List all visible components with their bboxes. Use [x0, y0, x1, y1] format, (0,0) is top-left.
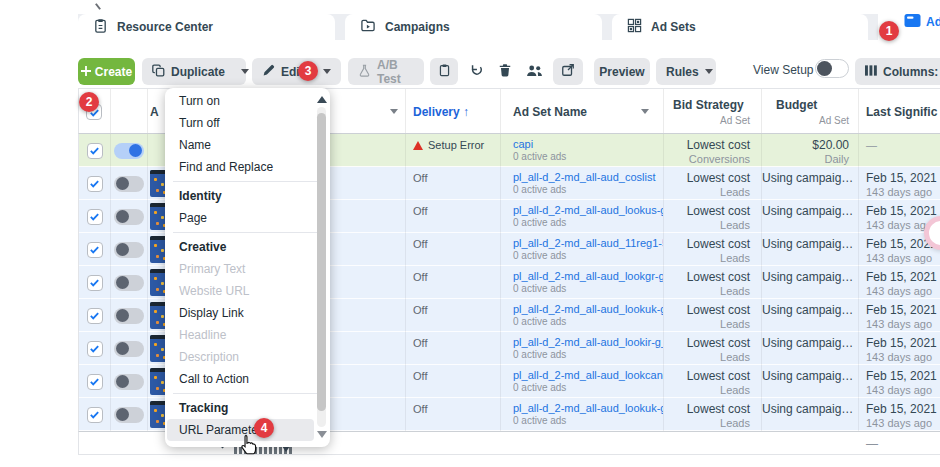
last-edit-date: Feb 15, 2021	[866, 270, 940, 284]
last-edit-ago: 143 days ago	[866, 252, 940, 264]
ad-set-name-link[interactable]: capi	[513, 138, 663, 150]
filter-caret-icon[interactable]	[390, 109, 398, 118]
scroll-up-icon[interactable]	[317, 91, 327, 103]
bid-strategy-cell: Lowest costLeads	[664, 200, 762, 233]
row-checkbox[interactable]	[87, 143, 103, 159]
ad-set-name-link[interactable]: pl_all-d_2-md_all-aud_lookuk-g_m-a_2..	[513, 402, 663, 414]
tab-ad-sets[interactable]: Ad Sets	[612, 14, 868, 40]
annotation-badge-2: 2	[79, 92, 99, 112]
menu-item-call-to-action[interactable]: Call to Action	[165, 368, 330, 390]
bid-strategy-cell: Lowest costLeads	[664, 299, 762, 332]
bid-strategy-header[interactable]: Bid Strategy Ad Set	[664, 89, 762, 133]
ad-set-name-link[interactable]: pl_all-d_2-md_all-aud_lookus-g_m-a_2..	[513, 204, 663, 216]
row-toggle[interactable]	[114, 143, 144, 159]
row-checkbox[interactable]	[87, 209, 103, 225]
ad-set-name-header[interactable]: Ad Set Name	[501, 89, 664, 133]
menu-scrollbar[interactable]	[316, 91, 327, 443]
bid-strategy-value: Lowest cost	[664, 369, 750, 383]
row-checkbox[interactable]	[87, 275, 103, 291]
scrollbar-thumb[interactable]	[317, 113, 326, 411]
ad-set-name-link[interactable]: pl_all-d_2-md_all-aud_lookgr-g_m-a_28..	[513, 270, 663, 282]
toggle-knob	[817, 61, 832, 76]
bid-strategy-cell: Lowest costLeads	[664, 332, 762, 365]
budget-cell: Using campaig…	[762, 233, 859, 266]
menu-item-name[interactable]: Name	[165, 134, 330, 156]
delivery-status: Off	[413, 205, 500, 217]
row-checkbox[interactable]	[87, 407, 103, 423]
chevron-down-icon[interactable]	[323, 69, 331, 78]
row-toggle[interactable]	[114, 308, 144, 324]
menu-item-page[interactable]: Page	[165, 207, 330, 229]
view-setup-toggle[interactable]	[815, 59, 849, 78]
toggle-knob	[116, 342, 129, 355]
row-toggle[interactable]	[114, 242, 144, 258]
bid-strategy-goal: Conversions	[664, 153, 750, 165]
scroll-down-icon[interactable]	[317, 431, 327, 443]
budget-header[interactable]: Budget Ad Set	[762, 89, 859, 133]
last-edit-ago: 143 days ago	[866, 186, 940, 198]
menu-divider	[173, 181, 322, 182]
row-checkbox[interactable]	[87, 341, 103, 357]
row-toggle[interactable]	[114, 407, 144, 423]
menu-divider	[173, 393, 322, 394]
cursor-pointer-icon	[238, 433, 258, 460]
budget-cell: Using campaig…	[762, 200, 859, 233]
ad-set-name-link[interactable]: pl_all-d_2-md_all-aud_coslist	[513, 171, 663, 183]
tab-campaigns[interactable]: Campaigns	[345, 14, 602, 40]
cursor-artifact	[95, 3, 101, 10]
ad-set-name-link[interactable]: pl_all-d_2-md_all-aud_lookcan-g_m-a_..	[513, 369, 663, 381]
budget-value: Using campaig…	[762, 171, 849, 185]
undo-button[interactable]	[463, 58, 489, 85]
tab-label: Resource Center	[117, 20, 213, 34]
rules-button[interactable]: Rules	[656, 58, 716, 85]
tab-resource-center[interactable]: Resource Center	[78, 14, 335, 40]
last-edit-date: Feb 15, 2021	[866, 204, 940, 218]
ad-set-name-link[interactable]: pl_all-d_2-md_all-aud_lookuk-g_m-a_2..	[513, 303, 663, 315]
checkbox-cell	[79, 200, 111, 233]
budget-cell: Using campaig…	[762, 299, 859, 332]
checkbox-cell	[79, 332, 111, 365]
bid-strategy-goal: Leads	[664, 219, 750, 231]
paste-button[interactable]	[430, 58, 458, 85]
audiences-button[interactable]	[520, 58, 548, 85]
columns-button[interactable]: Columns: Custom	[855, 58, 940, 85]
warning-icon	[413, 141, 423, 150]
menu-item-identity: Identity	[165, 185, 330, 207]
export-icon	[561, 63, 575, 80]
last-significant-header-label: Last Signific	[866, 105, 937, 119]
row-toggle[interactable]	[114, 176, 144, 192]
menu-item-find-and-replace[interactable]: Find and Replace	[165, 156, 330, 178]
delivery-header[interactable]: Delivery ↑	[406, 89, 501, 133]
ad-set-name-link[interactable]: pl_all-d_2-md_all-aud_11reg1-5_1-g_m-..	[513, 237, 663, 249]
menu-item-display-link[interactable]: Display Link	[165, 302, 330, 324]
level-label: Ad Set	[720, 115, 750, 126]
duplicate-button[interactable]: Duplicate	[142, 58, 246, 85]
row-toggle[interactable]	[114, 209, 144, 225]
row-toggle[interactable]	[114, 374, 144, 390]
ad-set-name-cell: pl_all-d_2-md_all-aud_lookuk-g_m-a_2..0 …	[501, 299, 664, 332]
row-toggle[interactable]	[114, 341, 144, 357]
last-edit-cell: Feb 15, 2021143 days ago	[859, 299, 940, 332]
ads-manager-app: Resource Center Campaigns Ad Sets Ads Cr…	[0, 0, 940, 467]
ad-set-name-link[interactable]: pl_all-d_2-md_all-aud_lookir-g_m-a_28..	[513, 336, 663, 348]
filter-caret-icon[interactable]	[641, 109, 649, 118]
preview-button[interactable]: Preview	[594, 58, 650, 85]
toggle-cell	[111, 266, 148, 299]
export-button[interactable]	[553, 58, 583, 85]
menu-item-turn-on[interactable]: Turn on	[165, 90, 330, 112]
last-significant-header[interactable]: Last Signific	[859, 89, 940, 133]
chevron-down-icon[interactable]	[241, 69, 249, 78]
last-edit-date: —	[866, 139, 940, 151]
row-toggle[interactable]	[114, 275, 144, 291]
create-button[interactable]: Create	[78, 58, 135, 85]
row-checkbox[interactable]	[87, 374, 103, 390]
row-checkbox[interactable]	[87, 308, 103, 324]
delete-button[interactable]	[492, 58, 518, 85]
row-checkbox[interactable]	[87, 176, 103, 192]
delivery-cell: Off	[406, 266, 501, 299]
ab-test-button[interactable]: A/B Test	[348, 58, 424, 85]
edit-button[interactable]: Edit	[252, 58, 341, 85]
menu-item-turn-off[interactable]: Turn off	[165, 112, 330, 134]
menu-item-website-url: Website URL	[165, 280, 330, 302]
row-checkbox[interactable]	[87, 242, 103, 258]
